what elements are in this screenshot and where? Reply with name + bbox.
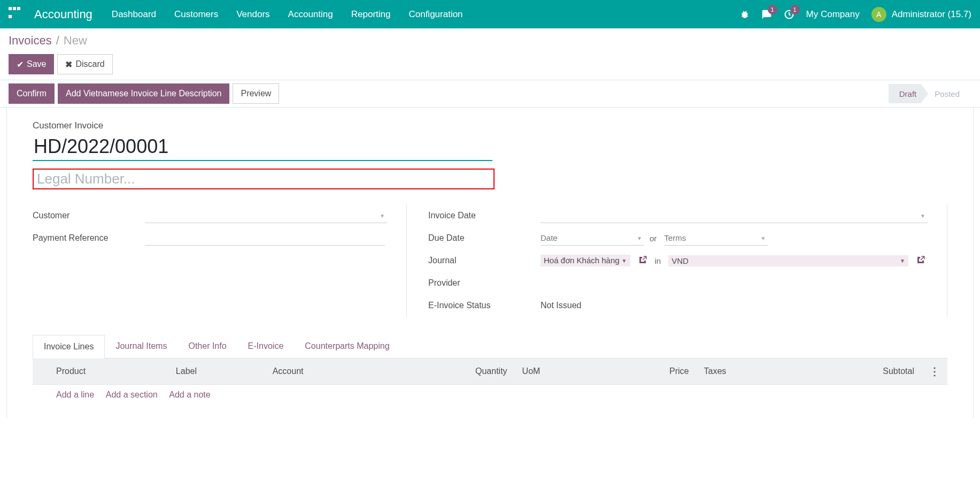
currency-value: VND (672, 256, 689, 265)
apps-icon[interactable] (9, 7, 24, 22)
col-price: Price (604, 358, 697, 385)
preview-button[interactable]: Preview (233, 83, 279, 104)
check-icon: ✔ (17, 59, 24, 70)
col-taxes: Taxes (697, 358, 797, 385)
provider-label: Provider (428, 278, 541, 288)
activities-badge: 1 (790, 5, 800, 14)
debug-icon[interactable] (740, 10, 750, 19)
invoice-date-label: Invoice Date (428, 211, 541, 220)
user-menu[interactable]: A Administrator (15.7) (871, 7, 971, 22)
tab-other-info[interactable]: Other Info (178, 335, 237, 358)
top-navbar: Accounting Dashboard Customers Vendors A… (0, 0, 980, 28)
menu-configuration[interactable]: Configuration (408, 9, 462, 20)
legal-number-input[interactable] (37, 171, 490, 187)
statusbar: Confirm Add Vietnamese Invoice Line Desc… (0, 80, 980, 108)
external-link-icon[interactable] (916, 255, 925, 266)
breadcrumb-current: New (64, 34, 87, 48)
form-sheet: Customer Invoice Customer ▼ Payment Refe… (6, 108, 974, 418)
control-panel: Invoices / New ✔ Save ✖ Discard (0, 28, 980, 74)
messages-badge: 1 (768, 5, 777, 14)
journal-label: Journal (428, 256, 541, 265)
save-button[interactable]: ✔ Save (9, 54, 54, 74)
menu-vendors[interactable]: Vendors (236, 9, 269, 20)
due-date-terms-input[interactable] (664, 231, 768, 246)
col-handle (33, 358, 49, 385)
confirm-button[interactable]: Confirm (9, 83, 55, 104)
invoice-lines-table: Product Label Account Quantity UoM Price… (33, 358, 947, 405)
col-product: Product (49, 358, 168, 385)
invoice-number-input[interactable] (33, 133, 492, 161)
user-avatar: A (871, 7, 886, 22)
caret-down-icon: ▼ (900, 258, 905, 264)
col-options[interactable]: ⋮ (922, 358, 947, 385)
journal-in: in (655, 256, 661, 265)
menu-customers[interactable]: Customers (174, 9, 218, 20)
caret-down-icon: ▼ (622, 258, 627, 264)
save-button-label: Save (27, 59, 46, 69)
messages-icon[interactable]: 1 (761, 9, 772, 20)
customer-label: Customer (33, 211, 145, 220)
payment-reference-input[interactable] (145, 231, 385, 246)
breadcrumb: Invoices / New (9, 34, 971, 48)
nav-right: 1 1 My Company A Administrator (15.7) (740, 7, 971, 22)
col-uom: UoM (515, 358, 604, 385)
status-draft[interactable]: Draft (889, 84, 929, 103)
einvoice-status-value: Not Issued (541, 301, 581, 310)
close-icon: ✖ (65, 59, 72, 70)
customer-input[interactable] (145, 208, 387, 223)
col-label: Label (168, 358, 265, 385)
menu-dashboard[interactable]: Dashboard (112, 9, 156, 20)
app-title[interactable]: Accounting (34, 7, 92, 21)
breadcrumb-root[interactable]: Invoices (9, 34, 52, 48)
journal-input[interactable]: Hoá đơn Khách hàng ▼ (541, 255, 630, 266)
menu-accounting[interactable]: Accounting (288, 9, 333, 20)
add-section-link[interactable]: Add a section (106, 390, 158, 399)
add-note-link[interactable]: Add a note (169, 390, 210, 399)
payment-reference-label: Payment Reference (33, 233, 145, 243)
tab-counterparts[interactable]: Counterparts Mapping (294, 335, 400, 358)
due-date-or: or (650, 234, 657, 243)
external-link-icon[interactable] (638, 255, 647, 266)
company-switcher[interactable]: My Company (806, 9, 860, 20)
menu-reporting[interactable]: Reporting (351, 9, 391, 20)
journal-value: Hoá đơn Khách hàng (544, 256, 620, 265)
add-vn-desc-button[interactable]: Add Vietnamese Invoice Line Description (58, 83, 229, 104)
status-posted[interactable]: Posted (928, 84, 971, 103)
notebook-tabs: Invoice Lines Journal Items Other Info E… (33, 335, 947, 358)
main-menu: Dashboard Customers Vendors Accounting R… (112, 9, 740, 20)
user-name: Administrator (15.7) (892, 9, 971, 20)
invoice-title-label: Customer Invoice (33, 120, 947, 131)
activities-icon[interactable]: 1 (784, 9, 794, 20)
col-subtotal: Subtotal (797, 358, 922, 385)
breadcrumb-sep: / (56, 34, 59, 48)
discard-button[interactable]: ✖ Discard (57, 54, 112, 74)
tab-einvoice[interactable]: E-Invoice (237, 335, 295, 358)
legal-number-highlight (33, 169, 495, 189)
add-line-link[interactable]: Add a line (56, 390, 94, 399)
einvoice-status-label: E-Invoice Status (428, 301, 541, 310)
currency-input[interactable]: VND ▼ (668, 255, 908, 266)
kebab-icon: ⋮ (929, 365, 940, 377)
tab-journal-items[interactable]: Journal Items (105, 335, 178, 358)
table-row: Add a line Add a section Add a note (33, 385, 947, 406)
invoice-date-input[interactable] (541, 208, 928, 223)
col-account: Account (265, 358, 389, 385)
col-quantity: Quantity (389, 358, 515, 385)
due-date-label: Due Date (428, 233, 541, 243)
tab-invoice-lines[interactable]: Invoice Lines (33, 335, 105, 358)
due-date-date-input[interactable] (541, 231, 644, 246)
discard-button-label: Discard (75, 59, 104, 69)
